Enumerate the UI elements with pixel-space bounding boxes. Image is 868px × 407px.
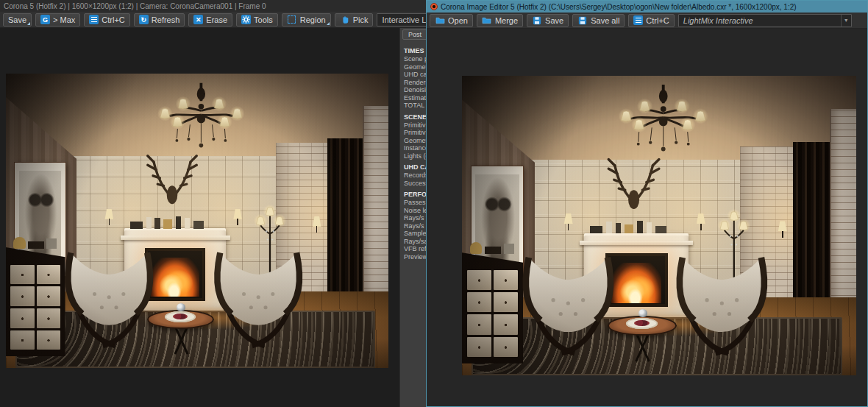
stats-item: VFB refr	[404, 245, 426, 253]
stats-item: Renderin	[404, 79, 426, 87]
cie-copy-button[interactable]: Ctrl+C	[628, 14, 674, 27]
folder-merge-icon	[482, 15, 492, 26]
stats-item: Success	[404, 180, 426, 188]
stats-item: Rays/s a	[404, 222, 426, 230]
stats-item: UHD cac	[404, 71, 426, 79]
tools-button[interactable]: Tools	[236, 13, 278, 26]
wall-sconce	[775, 221, 789, 237]
erase-button[interactable]: ✕ Erase	[188, 13, 232, 26]
corona-logo-icon	[430, 3, 438, 10]
dresser	[462, 252, 523, 364]
stats-item: Rays/sa	[404, 238, 426, 246]
stats-tabs: Post S	[400, 28, 426, 41]
sconce-shade	[104, 209, 115, 219]
vfb-title: Corona 5 (Hotfix 2) | 1600×1200px (1:2) …	[4, 2, 266, 10]
hand-pick-icon	[340, 15, 350, 25]
open-button[interactable]: Open	[430, 14, 473, 27]
cie-lightmix-dropdown[interactable]: LightMix Interactive ▼	[678, 14, 852, 27]
send-to-max-button[interactable]: G > Max	[35, 13, 80, 26]
armchair-right	[669, 248, 775, 365]
dresser-decor	[13, 237, 59, 249]
tools-label: Tools	[254, 15, 273, 24]
pick-label: Pick	[353, 15, 369, 24]
refresh-icon: ↻	[139, 15, 149, 24]
save-all-button[interactable]: Save all	[572, 14, 625, 27]
max-label: > Max	[53, 15, 75, 24]
wall-sconce	[231, 209, 245, 225]
dresser-drawers	[467, 270, 519, 356]
dresser	[6, 247, 65, 356]
stats-section-performance: PERFOR	[404, 191, 426, 199]
cie-render-canvas[interactable]	[462, 76, 856, 375]
stats-item: Preview	[404, 253, 426, 261]
sconce-arm	[237, 219, 238, 225]
refresh-button[interactable]: ↻ Refresh	[134, 13, 185, 26]
desktop: Corona 5 (Hotfix 2) | 1600×1200px (1:2) …	[0, 0, 868, 407]
stats-item: Estimate	[404, 94, 426, 102]
open-label: Open	[448, 16, 468, 25]
render-scene	[462, 76, 856, 375]
armchair-left	[57, 243, 160, 358]
sconce-arm	[700, 224, 702, 230]
coffee-table	[608, 314, 677, 365]
erase-x-icon: ✕	[193, 15, 203, 24]
region-button[interactable]: Region	[282, 13, 331, 26]
mantel-shelf	[580, 241, 692, 245]
stats-item: TOTAL e	[404, 102, 426, 110]
sconce-arm	[109, 219, 110, 225]
mantel-shelf	[121, 236, 230, 240]
sconce-arm	[316, 226, 317, 233]
corona-vfb-window: Corona 5 (Hotfix 2) | 1600×1200px (1:2) …	[0, 0, 426, 407]
copy-button[interactable]: Ctrl+C	[84, 13, 129, 26]
stats-item: Geometr	[404, 137, 426, 145]
silver-teapot	[177, 303, 185, 311]
vfb-render-canvas[interactable]	[6, 74, 388, 368]
sconce-shade	[311, 216, 322, 227]
armchair-right	[207, 243, 310, 358]
save-label: Save	[8, 15, 26, 24]
chevron-down-icon: ▼	[841, 15, 851, 26]
stats-section-uhd: UHD CA	[404, 163, 426, 171]
berries	[634, 320, 650, 326]
vfb-toolbar: Save G > Max Ctrl+C ↻ Refresh ✕ Erase	[0, 12, 426, 28]
floppy-save-icon	[532, 15, 542, 26]
tab-post[interactable]: Post	[402, 29, 426, 40]
sconce-arm	[782, 231, 783, 238]
copy-label: Ctrl+C	[102, 15, 124, 24]
merge-button[interactable]: Merge	[477, 14, 523, 27]
chandelier	[146, 78, 257, 178]
vfb-stats-panel: Post S TIMES Scene pa Geometr UHD cac Re…	[399, 28, 426, 407]
stats-item: Rays/s t	[404, 214, 426, 222]
region-dropdown-corner	[327, 22, 330, 25]
armchair-left	[515, 248, 622, 365]
cie-save-label: Save	[545, 16, 563, 25]
save-button[interactable]: Save	[3, 13, 32, 26]
stats-item: Noise le	[404, 207, 426, 215]
copy-list-icon	[89, 15, 99, 24]
sconce-arm	[568, 224, 569, 230]
dresser-decor	[470, 242, 517, 254]
region-dashed-icon	[287, 15, 297, 25]
sconce-shade	[777, 221, 788, 231]
mantel-decor	[590, 220, 680, 233]
corona-image-editor-window: Corona Image Editor 5 (Hotfix 2) (C:\Use…	[426, 0, 868, 407]
stats-item: Records:	[404, 171, 426, 180]
wall-sconce	[310, 216, 324, 233]
vfb-titlebar[interactable]: Corona 5 (Hotfix 2) | 1600×1200px (1:2) …	[0, 0, 426, 12]
sconce-shade	[695, 213, 706, 224]
stats-item: Denoisin	[404, 86, 426, 94]
pick-button[interactable]: Pick	[335, 13, 374, 26]
stats-item: Primitiv	[404, 129, 426, 137]
cie-save-button[interactable]: Save	[527, 14, 569, 27]
cie-titlebar[interactable]: Corona Image Editor 5 (Hotfix 2) (C:\Use…	[427, 1, 867, 13]
wall-sconce	[102, 209, 116, 225]
floppy-save-all-icon	[577, 15, 588, 26]
stats-body: TIMES Scene pa Geometr UHD cac Renderin …	[400, 41, 426, 261]
erase-label: Erase	[206, 15, 227, 24]
cie-copy-label: Ctrl+C	[646, 16, 669, 25]
stats-section-times: TIMES	[404, 47, 426, 55]
sconce-shade	[232, 209, 243, 219]
3dsmax-icon: G	[40, 15, 50, 24]
stats-item: Scene pa	[404, 55, 426, 63]
stats-item: Geometr	[404, 63, 426, 71]
